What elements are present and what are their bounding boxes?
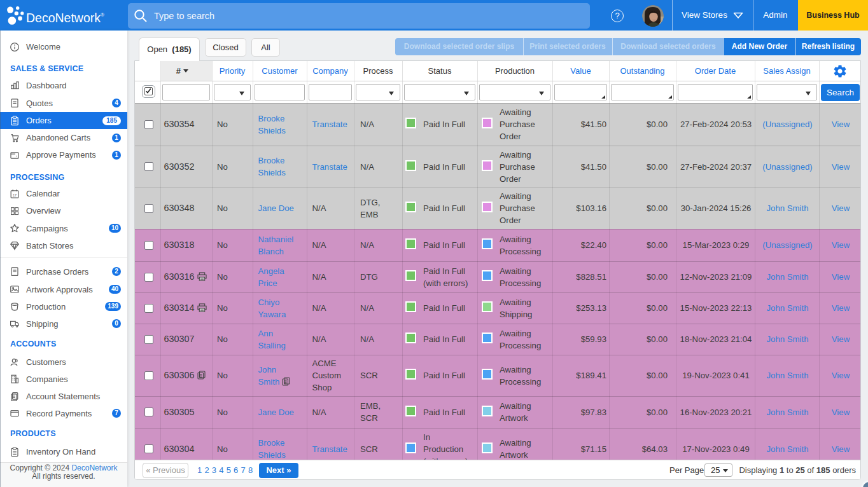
svg-text:17: 17 bbox=[13, 193, 17, 197]
